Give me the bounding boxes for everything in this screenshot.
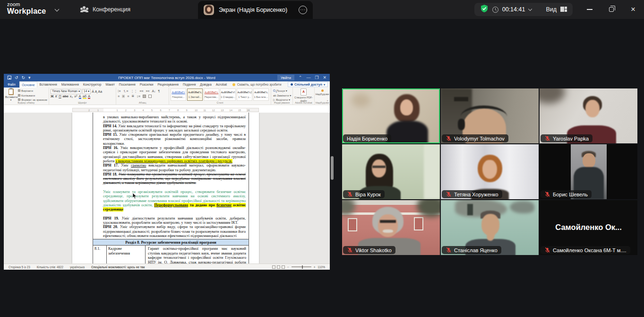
participant-tile[interactable]: Volodymyr Tolmachov: [441, 88, 539, 143]
word-tab-4[interactable]: Малювання: [59, 81, 81, 88]
horizontal-ruler[interactable]: 1234567891011121314151621: [72, 108, 259, 112]
participant-tile[interactable]: Надія Борисенко: [342, 88, 440, 143]
paste-icon: [9, 88, 14, 95]
justify-icon[interactable]: ≣: [131, 94, 134, 98]
word-tab-10[interactable]: Подання: [180, 81, 197, 88]
qat-more-icon[interactable]: ▾: [28, 75, 31, 80]
page-indicator[interactable]: Сторінка 5 із 23: [9, 265, 30, 269]
clipboard-item[interactable]: Вирізати: [18, 89, 47, 92]
style-card[interactable]: АаБбВвГг!1 Стандар...: [220, 88, 236, 101]
editing-item[interactable]: ▷ Виділити ▾: [273, 98, 291, 101]
undo-icon[interactable]: ↺: [15, 75, 18, 80]
word-tab-8[interactable]: Розсилки: [137, 81, 155, 88]
word-tab-12[interactable]: Acrobat: [214, 81, 229, 88]
tellme-box[interactable]: Скажіть, що потрібно зробити: [232, 83, 282, 86]
share-button[interactable]: Спільний доступ▾: [288, 82, 328, 87]
word-tab-6[interactable]: Макет: [103, 81, 117, 88]
participant-tile[interactable]: Віра Курок: [342, 144, 440, 199]
sort-icon[interactable]: А↓: [152, 89, 155, 93]
view-button-label[interactable]: Вид: [546, 6, 557, 13]
pilcrow-icon[interactable]: ¶: [158, 89, 160, 93]
view-layout-icon[interactable]: [560, 7, 567, 12]
strikethrough-button[interactable]: abc: [63, 94, 69, 98]
highlight-color-button[interactable]: аб: [83, 94, 86, 98]
word-tab-9[interactable]: Рецензування: [155, 81, 180, 88]
editing-item[interactable]: Пошук ▾: [273, 89, 291, 92]
timer-chevron-down-icon[interactable]: [528, 7, 532, 10]
style-card[interactable]: АаБбВвГг,1 Звичай...: [187, 88, 203, 101]
clipboard-item[interactable]: Формат за зразком: [18, 98, 47, 101]
align-right-icon[interactable]: ≡: [127, 95, 129, 98]
italic-button[interactable]: К: [55, 94, 57, 98]
numbering-icon[interactable]: ⒈≡: [123, 89, 128, 94]
participant-tile[interactable]: Борис Шевель: [540, 144, 637, 199]
shading-icon[interactable]: [143, 95, 146, 98]
redo-icon[interactable]: ↻: [22, 75, 26, 80]
word-count[interactable]: Кількість слів: 4822: [37, 265, 63, 269]
participant-tile[interactable]: Viktor Shakotko: [342, 200, 440, 255]
paste-button[interactable]: Вставити▾: [5, 88, 17, 101]
save-icon[interactable]: [8, 76, 11, 79]
close-button[interactable]: ×: [622, 0, 644, 19]
editing-item[interactable]: ab Замінити ▾: [273, 94, 291, 97]
minimize-button[interactable]: [579, 0, 601, 19]
word-minimize-icon[interactable]: —: [306, 75, 310, 80]
bold-button[interactable]: Ж: [51, 94, 54, 98]
word-close-icon[interactable]: ✕: [323, 75, 326, 80]
clipboard-item[interactable]: Копіювати: [18, 94, 47, 97]
word-restore-icon[interactable]: ❐: [315, 75, 318, 80]
word-tab-2[interactable]: Основне: [19, 81, 37, 88]
subscript-button[interactable]: x₂: [70, 94, 73, 98]
zoom-in-icon[interactable]: +: [314, 265, 316, 269]
document-line: ПРН 14. Уміє викладати технології та інф…: [103, 124, 246, 128]
style-card[interactable]: АаБбВвГгД1 Текст у...: [237, 88, 252, 101]
zoom-slider[interactable]: [292, 266, 311, 267]
bullets-icon[interactable]: ⁝≡: [118, 89, 120, 93]
line-spacing-icon[interactable]: ↕≡: [137, 95, 140, 98]
indent-icon[interactable]: »≡: [146, 89, 149, 93]
tab-options-icon[interactable]: ···: [299, 6, 307, 14]
language-indicator[interactable]: українська: [70, 265, 85, 269]
quick-access-toolbar[interactable]: ↺↻▾: [8, 75, 31, 80]
document-line: ПРН 16. Уміє використовувати у професійн…: [103, 146, 246, 150]
tab-conference[interactable]: Конференция: [80, 0, 130, 19]
word-tab-5[interactable]: Конструктор: [81, 81, 103, 88]
multilevel-icon[interactable]: ⋮⋮: [130, 89, 137, 93]
borders-icon[interactable]: [148, 95, 152, 98]
signin-button[interactable]: Увійти: [277, 75, 294, 80]
addins-button[interactable]: Надбудови: [315, 93, 330, 96]
font-size-combo[interactable]: 14 ▾: [82, 89, 91, 94]
style-card[interactable]: АаБбВвГг,1 Без інте...: [253, 88, 269, 101]
participant-tile[interactable]: Самойленко Ок...Самойленко Оксана 6М-Т м…: [540, 200, 637, 255]
align-center-icon[interactable]: ≡: [122, 95, 125, 98]
font-color-button[interactable]: А: [88, 94, 90, 98]
encryption-shield-icon[interactable]: [480, 4, 489, 15]
participant-tile[interactable]: Тетяна Хоруженко: [441, 144, 539, 199]
word-tab-1[interactable]: Файл: [4, 81, 19, 88]
meeting-timer[interactable]: 00:14:41: [502, 6, 525, 13]
word-tab-7[interactable]: Посилання: [117, 81, 137, 88]
underline-button[interactable]: П: [59, 94, 61, 98]
outdent-icon[interactable]: «≡: [139, 89, 143, 93]
superscript-button[interactable]: x²: [74, 94, 77, 98]
ribbon-display-icon[interactable]: ⌃: [299, 75, 302, 80]
font-name-combo[interactable]: Times New Roman ▾: [51, 89, 81, 94]
tab-screen-share[interactable]: Экран (Надія Борисенко) ···: [198, 1, 313, 19]
participant-tile[interactable]: Станіслав Яценко: [441, 200, 539, 255]
word-tab-3[interactable]: Вставлення: [37, 81, 59, 88]
style-card[interactable]: АаБбВвГгГіперпос...: [171, 88, 186, 101]
text-effects-button[interactable]: А: [79, 94, 81, 98]
word-tab-11[interactable]: Довідка: [198, 81, 214, 88]
document-area[interactable]: в умовах навчально-виробничих майстерень…: [4, 113, 330, 264]
participant-tile[interactable]: Yaroslav Papka: [540, 88, 637, 143]
ribbon-collapse-icon[interactable]: ⌃: [326, 100, 329, 104]
zoom-out-icon[interactable]: −: [287, 265, 289, 269]
accessibility-status[interactable]: Спеціальні можливості: щось не так: [91, 265, 145, 269]
style-card[interactable]: АаБбВвГг,Переглян...: [204, 88, 219, 101]
workspace-chevron-down-icon[interactable]: [55, 7, 60, 12]
share-scrollbar[interactable]: [331, 156, 334, 180]
align-left-icon[interactable]: ≡: [118, 95, 120, 98]
zoom-level[interactable]: 110%: [318, 265, 325, 269]
view-mode-icons[interactable]: [272, 265, 285, 269]
maximize-button[interactable]: [601, 0, 622, 19]
